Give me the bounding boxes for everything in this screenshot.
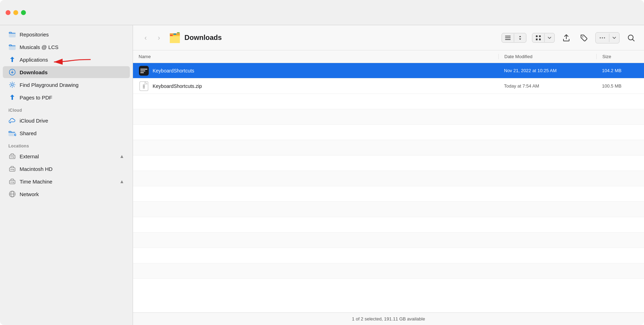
grid-view-button[interactable] xyxy=(532,33,544,42)
status-bar: 1 of 2 selected, 191.11 GB available xyxy=(133,312,644,325)
sidebar-item-label: Find Playground Drawing xyxy=(20,82,78,88)
svg-rect-12 xyxy=(536,35,538,37)
empty-row xyxy=(133,217,644,233)
svg-rect-24 xyxy=(140,72,144,73)
sidebar-item-label: Shared xyxy=(20,130,36,136)
view-toggle xyxy=(502,33,526,43)
back-button[interactable]: ‹ xyxy=(140,32,151,43)
sidebar-item-musicals[interactable]: Musicals @ LCS xyxy=(3,41,130,53)
traffic-lights xyxy=(6,10,26,15)
sidebar-item-label: Time Machine xyxy=(20,179,52,185)
more-options-button[interactable] xyxy=(596,33,609,43)
col-date-header[interactable]: Date Modified xyxy=(498,54,596,59)
file-date: Nov 21, 2022 at 10:25 AM xyxy=(498,68,596,73)
tag-button[interactable] xyxy=(578,32,590,44)
share-button[interactable] xyxy=(560,32,572,44)
empty-row xyxy=(133,263,644,279)
col-size-header[interactable]: Size xyxy=(596,54,638,59)
svg-rect-14 xyxy=(536,39,538,40)
sort-view-button[interactable] xyxy=(514,33,526,42)
svg-rect-26 xyxy=(143,85,145,85)
empty-row xyxy=(133,248,644,263)
col-name-header[interactable]: Name xyxy=(139,54,498,59)
sidebar-item-downloads[interactable]: Downloads xyxy=(3,66,130,78)
svg-point-18 xyxy=(602,37,603,38)
file-size: 100.5 MB xyxy=(596,83,638,89)
sidebar-item-label: Network xyxy=(20,191,39,197)
shortcut-icon xyxy=(8,94,16,101)
svg-point-19 xyxy=(604,37,605,38)
sidebar-item-find-playground[interactable]: Find Playground Drawing xyxy=(3,79,130,91)
eject-icon[interactable]: ▲ xyxy=(119,179,124,184)
sidebar-item-label: Applications xyxy=(20,57,48,63)
file-name: KeyboardShortcuts.zip xyxy=(153,83,498,89)
folder-icon xyxy=(8,43,16,51)
sidebar-item-pages-to-pdf[interactable]: Pages to PDF xyxy=(3,91,130,103)
svg-rect-15 xyxy=(539,39,541,40)
empty-row xyxy=(133,125,644,140)
drive-icon xyxy=(8,152,16,160)
sidebar-item-shared[interactable]: Shared xyxy=(3,127,130,139)
sidebar-item-label: Downloads xyxy=(20,69,48,75)
empty-row xyxy=(133,186,644,202)
empty-row xyxy=(133,155,644,171)
forward-button[interactable]: › xyxy=(153,32,164,43)
sidebar-item-network[interactable]: Network xyxy=(3,188,130,200)
file-list-body: KeyboardShortcuts Nov 21, 2022 at 10:25 … xyxy=(133,63,644,312)
table-row[interactable]: KeyboardShortcuts.zip Today at 7:54 AM 1… xyxy=(133,78,644,94)
sidebar-item-applications[interactable]: Applications xyxy=(3,54,130,65)
sidebar-item-icloud-drive[interactable]: iCloud Drive xyxy=(3,115,130,126)
shared-folder-icon xyxy=(8,129,16,137)
toolbar: ‹ › 🗂️ Downloads xyxy=(133,25,644,50)
folder-icon xyxy=(8,30,16,38)
shortcut-icon xyxy=(8,56,16,63)
sidebar-item-time-machine[interactable]: Time Machine ▲ xyxy=(3,175,130,187)
download-icon xyxy=(8,68,16,76)
drive-icon xyxy=(8,165,16,173)
titlebar xyxy=(0,0,644,25)
maximize-button[interactable] xyxy=(21,10,26,15)
empty-row xyxy=(133,109,644,125)
list-view-button[interactable] xyxy=(502,33,514,42)
minimize-button[interactable] xyxy=(13,10,18,15)
eject-icon[interactable]: ▲ xyxy=(119,153,124,159)
sidebar-item-label: External xyxy=(20,153,39,159)
svg-rect-22 xyxy=(140,69,147,70)
more-options-chevron[interactable] xyxy=(609,34,619,41)
icloud-section-label: iCloud xyxy=(0,104,133,114)
table-row[interactable]: KeyboardShortcuts Nov 21, 2022 at 10:25 … xyxy=(133,63,644,78)
sidebar-item-external[interactable]: External ▲ xyxy=(3,150,130,162)
file-name: KeyboardShortcuts xyxy=(153,68,498,74)
more-options-group xyxy=(595,32,620,43)
globe-icon xyxy=(8,190,16,198)
locations-section-label: Locations xyxy=(0,139,133,150)
empty-row xyxy=(133,140,644,155)
cloud-icon xyxy=(8,117,16,124)
folder-icon: 🗂️ xyxy=(169,32,181,43)
file-date: Today at 7:54 AM xyxy=(498,83,596,89)
grid-view-group xyxy=(532,33,555,43)
toolbar-title: 🗂️ Downloads xyxy=(169,32,222,43)
gear-icon xyxy=(8,81,16,89)
finder-window: Repositories Musicals @ LCS xyxy=(0,0,644,325)
file-list-header: Name Date Modified Size xyxy=(133,50,644,63)
sidebar-item-label: iCloud Drive xyxy=(20,118,48,124)
search-button[interactable] xyxy=(625,32,637,44)
svg-rect-23 xyxy=(140,70,145,71)
svg-rect-13 xyxy=(539,35,541,37)
close-button[interactable] xyxy=(6,10,10,15)
svg-point-16 xyxy=(582,36,583,37)
sidebar-item-label: Repositories xyxy=(20,32,49,37)
empty-row xyxy=(133,233,644,248)
grid-chevron-button[interactable] xyxy=(545,34,554,41)
svg-point-4 xyxy=(11,84,13,86)
sidebar-item-macintosh-hd[interactable]: Macintosh HD xyxy=(3,163,130,175)
empty-row xyxy=(133,171,644,186)
sidebar-item-repositories[interactable]: Repositories xyxy=(3,28,130,40)
sidebar: Repositories Musicals @ LCS xyxy=(0,25,133,325)
file-icon xyxy=(139,65,149,76)
file-size: 104.2 MB xyxy=(596,68,638,73)
status-text: 1 of 2 selected, 191.11 GB available xyxy=(352,316,425,321)
svg-point-17 xyxy=(600,37,601,38)
sidebar-item-label: Musicals @ LCS xyxy=(20,44,58,50)
